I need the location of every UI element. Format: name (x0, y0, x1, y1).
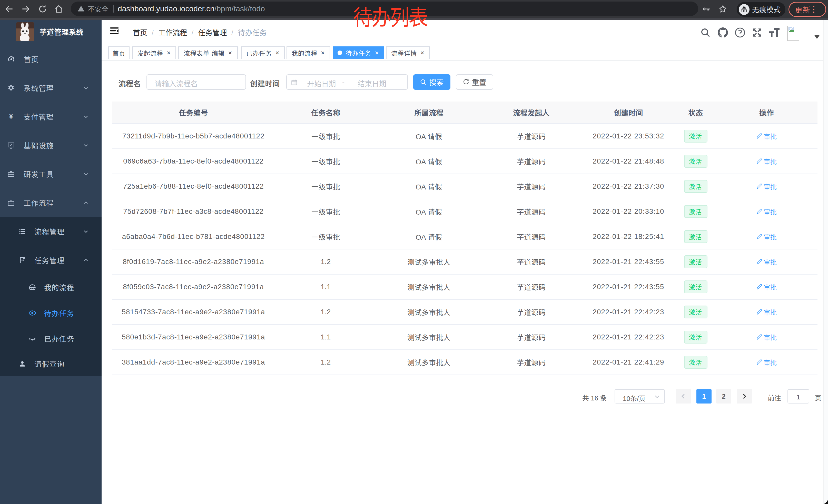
svg-text:¥: ¥ (9, 113, 13, 120)
